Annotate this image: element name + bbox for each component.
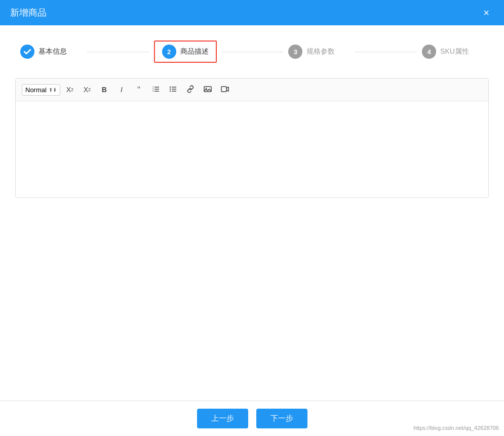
step-3: 3 规格参数 — [288, 45, 350, 59]
step-4-label: SKU属性 — [440, 47, 469, 56]
unordered-list-icon — [169, 85, 177, 95]
sub-2: 2 — [71, 87, 73, 92]
link-icon — [186, 85, 195, 95]
image-button[interactable] — [200, 83, 215, 97]
subscript-button[interactable]: X2 — [62, 83, 77, 97]
ordered-list-icon: 1.2.3. — [152, 85, 160, 95]
video-button[interactable] — [217, 83, 232, 97]
step-3-label: 规格参数 — [306, 47, 335, 56]
editor-content[interactable] — [16, 101, 488, 197]
rich-text-editor: Normal ⬆⬇ X2 X2 B I — [15, 78, 489, 198]
superscript-button[interactable]: X2 — [80, 83, 95, 97]
close-button[interactable]: × — [479, 5, 494, 20]
svg-point-10 — [170, 88, 171, 89]
ordered-list-button[interactable]: 1.2.3. — [148, 83, 164, 97]
blockquote-button[interactable]: " — [131, 83, 146, 97]
format-select[interactable]: Normal ⬆⬇ — [22, 84, 60, 96]
modal-header: 新增商品 × — [0, 0, 504, 25]
format-select-value: Normal — [25, 86, 47, 94]
step-4: 4 SKU属性 — [422, 45, 484, 59]
format-select-arrow-icon: ⬆⬇ — [49, 87, 57, 93]
step-1-circle — [20, 45, 34, 59]
svg-point-9 — [170, 86, 171, 87]
modal-title: 新增商品 — [10, 7, 47, 19]
video-icon — [221, 85, 229, 95]
modal-body: 基本信息 2 商品描述 3 规格参数 4 SKU属性 — [0, 25, 504, 401]
svg-text:3.: 3. — [152, 90, 154, 92]
next-button[interactable]: 下一步 — [256, 409, 307, 428]
sup-2: 2 — [88, 87, 91, 92]
step-3-circle: 3 — [288, 45, 302, 59]
step-1: 基本信息 — [20, 45, 82, 59]
bold-icon: B — [102, 86, 107, 94]
step-2-circle: 2 — [162, 45, 176, 59]
image-icon — [204, 85, 212, 95]
italic-icon: I — [121, 86, 123, 94]
unordered-list-button[interactable] — [166, 83, 181, 97]
step-2: 2 商品描述 — [154, 41, 217, 63]
checkmark-icon — [23, 48, 31, 56]
step-line-1-2 — [87, 52, 149, 52]
modal-container: 新增商品 × 基本信息 2 商品描述 — [0, 0, 504, 436]
editor-toolbar: Normal ⬆⬇ X2 X2 B I — [16, 78, 488, 101]
step-2-active-wrapper: 2 商品描述 — [154, 41, 217, 63]
step-line-3-4 — [355, 52, 417, 52]
step-4-circle: 4 — [422, 45, 436, 59]
italic-button[interactable]: I — [114, 83, 129, 97]
step-1-label: 基本信息 — [38, 47, 67, 56]
svg-point-11 — [170, 90, 171, 91]
prev-button[interactable]: 上一步 — [197, 409, 248, 428]
blockquote-icon: " — [137, 85, 141, 94]
svg-rect-14 — [221, 87, 226, 92]
bold-button[interactable]: B — [97, 83, 112, 97]
link-button[interactable] — [183, 83, 198, 97]
step-line-2-3 — [222, 52, 284, 52]
steps-container: 基本信息 2 商品描述 3 规格参数 4 SKU属性 — [10, 41, 494, 63]
step-2-label: 商品描述 — [180, 47, 209, 56]
watermark: https://blog.csdn.net/qq_42628706 — [413, 425, 499, 431]
